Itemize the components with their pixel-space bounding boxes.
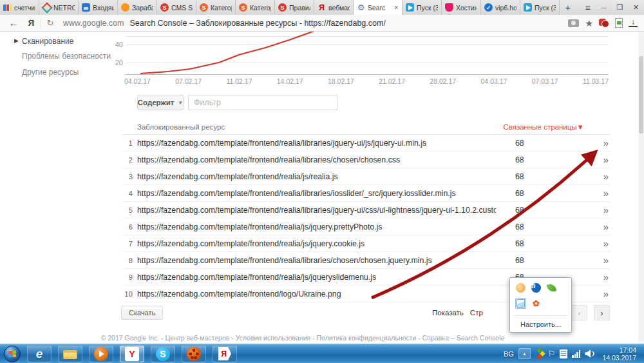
table-row[interactable]: 7https://fazendabg.com/template/frontend… [122,235,610,252]
orange-dot-icon [121,3,129,12]
taskbar-item-explorer[interactable] [58,346,82,362]
antivirus-icon[interactable] [533,348,545,359]
network-signal-icon[interactable] [572,350,580,358]
tab-search-console-active[interactable]: Searc [354,0,402,15]
x-tick: 11.03.17 [583,77,609,85]
table-row[interactable]: 5https://fazendabg.com/template/frontend… [122,202,610,219]
sidebar-item-other[interactable]: Другие ресурсы [22,68,79,77]
table-header: Заблокированный ресурс Связанные страниц… [122,119,610,135]
sidebar-item-scanning[interactable]: Сканирование [22,37,73,46]
tab-hosting[interactable]: Хостинг [442,0,481,15]
tray-app-icon[interactable] [546,282,557,293]
customize-link[interactable]: Настроить... [510,320,571,328]
scrollbar-thumb[interactable] [639,56,643,133]
page-snapshot-icon[interactable] [615,18,623,28]
resource-url: https://fazendabg.com/template/frontend/… [137,256,496,265]
tab-webmaster[interactable]: вебмаст [314,0,354,15]
tray-clock[interactable]: 17:04 14.03.2017 [600,346,636,362]
expand-chevron-icon[interactable] [580,188,610,199]
expand-chevron-icon[interactable] [580,171,610,182]
rows-per-page-label[interactable]: Стр [470,309,483,317]
tab-pusk-37[interactable]: Пуск (37 [520,0,560,15]
yandex-home-button[interactable] [22,18,41,28]
x-tick: 14.02.17 [277,77,303,85]
sidebar-item-security[interactable]: Проблемы безопасности [22,52,111,61]
taskbar-item-ie[interactable] [27,346,52,362]
expand-chevron-icon[interactable] [580,221,610,232]
tab-netrox[interactable]: NETROX [39,0,79,15]
extension-badge-icon[interactable] [599,19,609,28]
url-field[interactable]: www.google.com Search Console – Заблокир… [63,19,386,28]
expand-chevron-icon[interactable] [580,137,610,148]
table-row[interactable]: 3https://fazendabg.com/template/frontend… [122,168,610,185]
tab-earn[interactable]: Зарабат [118,0,157,15]
tab-label: Пуск (39 [417,4,438,12]
scrollbar-track[interactable] [638,32,644,344]
tray-app-icon[interactable] [531,282,542,293]
language-indicator[interactable]: BG [504,350,514,358]
action-center-flag-icon[interactable] [548,349,556,358]
prev-page-button[interactable]: ‹ [571,305,587,320]
next-page-button[interactable]: › [594,305,610,320]
tray-app-icon[interactable] [531,298,542,309]
browser-menu-icon[interactable] [580,0,596,15]
table-row[interactable]: 2https://fazendabg.com/template/frontend… [122,152,610,168]
taskbar-item-reel[interactable] [182,346,206,362]
speaker-icon[interactable] [585,349,595,358]
tab-category-2[interactable]: Категор [236,0,275,15]
expand-chevron-icon[interactable] [580,271,610,282]
bar-chart-icon [3,5,12,11]
tab-close-icon[interactable] [393,5,399,11]
filter-input[interactable] [188,95,337,110]
start-button[interactable] [4,346,21,362]
gridline [126,63,609,63]
tab-inbox[interactable]: Входящ [79,0,118,15]
reload-icon[interactable] [41,18,59,28]
flower-icon [533,299,540,308]
expand-chevron-icon[interactable] [580,255,610,266]
close-button[interactable] [628,0,644,15]
back-button[interactable] [5,17,22,28]
table-row[interactable]: 1https://fazendabg.com/template/frontend… [122,135,610,152]
tab-category-1[interactable]: Категор [196,0,236,15]
minimize-button[interactable] [596,0,612,15]
s-badge-icon [160,3,169,12]
camera-icon[interactable] [568,19,579,27]
expand-chevron-icon[interactable] [580,204,610,215]
tab-label: Хостинг [456,4,477,12]
tab-pusk-39[interactable]: Пуск (39 [402,0,442,15]
download-icon[interactable] [629,19,638,27]
restore-button[interactable] [612,0,628,15]
tab-cms[interactable]: CMS Sit [157,0,196,15]
row-number: 6 [122,223,137,231]
column-header-pages-sort[interactable]: Связанные страницы▼ [496,123,610,131]
show-hidden-icons-button[interactable] [518,348,531,359]
tab-rules[interactable]: Правил [275,0,314,15]
taskbar-item-player[interactable] [89,346,113,362]
taskbar-item-skype[interactable] [151,346,175,362]
url-domain: www.google.com [63,19,124,28]
table-row[interactable]: 4https://fazendabg.com/template/frontend… [122,185,610,202]
table-row[interactable]: 8https://fazendabg.com/template/frontend… [122,252,610,269]
taskbar-item-yandex-browser[interactable] [120,346,144,362]
bookmark-star-icon[interactable] [585,18,593,28]
taskbar-item-yandex-shield[interactable] [213,346,237,362]
s-badge-icon [200,3,208,12]
download-button[interactable]: Скачать [121,306,163,320]
expand-chevron-icon[interactable] [580,154,610,165]
clipboard-icon[interactable] [560,349,567,358]
table-row[interactable]: 6https://fazendabg.com/template/frontend… [122,219,610,235]
tray-app-icon[interactable] [515,282,526,293]
tab-vip6host[interactable]: vip6.hos [481,0,520,15]
gridline [126,36,609,37]
tray-app-icon-selected[interactable] [515,298,526,309]
expand-chevron-icon[interactable] [580,238,610,249]
reel-icon [187,347,201,361]
expand-chevron-icon[interactable] [580,288,610,299]
filter-operator-dropdown[interactable]: Содержит [137,95,184,110]
gear-icon [357,3,365,12]
new-tab-button[interactable]: + [560,0,576,15]
row-number: 7 [122,240,137,248]
tab-counter[interactable]: счетчик [0,0,39,15]
linked-pages-count: 68 [496,139,580,148]
